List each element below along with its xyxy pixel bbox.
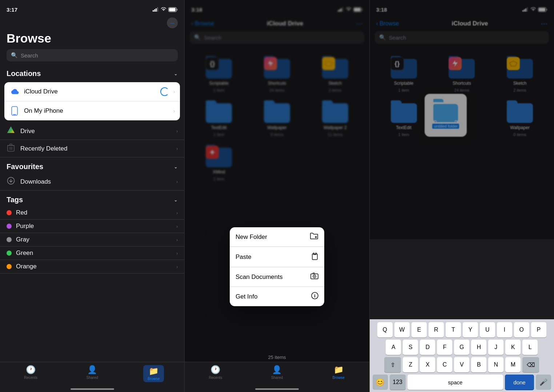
- sidebar-drive[interactable]: Drive ›: [0, 123, 184, 140]
- svg-point-34: [314, 276, 315, 277]
- favourites-label: Favourites: [7, 163, 43, 171]
- file-wallpaper-p3[interactable]: Wallpaper 0 items: [491, 97, 549, 141]
- tab-browse-p2[interactable]: 📁 Browse: [308, 365, 369, 380]
- status-bar-p1: 3:17: [0, 0, 184, 16]
- tab-shared-p2[interactable]: 👤 Shared: [246, 365, 308, 380]
- shared-icon: 👤: [87, 365, 97, 375]
- browse-label: Browse: [148, 377, 160, 381]
- context-overlay[interactable]: [185, 0, 369, 392]
- nav-more-p3[interactable]: ···: [541, 19, 547, 28]
- key-p[interactable]: P: [531, 322, 546, 337]
- key-f[interactable]: F: [437, 340, 452, 355]
- battery-icon-p3: [538, 7, 547, 12]
- file-shortcuts-p3[interactable]: Shortcuts 24 items: [433, 52, 491, 97]
- key-j[interactable]: J: [488, 340, 503, 355]
- file-sketch-p3[interactable]: Sketch 2 items: [491, 52, 549, 97]
- key-d[interactable]: D: [420, 340, 435, 355]
- context-paste[interactable]: Paste: [230, 247, 324, 267]
- key-shift[interactable]: ⇧: [384, 357, 401, 372]
- svg-rect-40: [525, 8, 526, 12]
- tags-chevron[interactable]: ⌄: [174, 197, 178, 203]
- battery-icon: [168, 7, 178, 12]
- recents-icon: 🕐: [26, 365, 36, 375]
- tag-purple[interactable]: Purple ›: [0, 220, 184, 233]
- key-m[interactable]: M: [505, 357, 521, 372]
- back-button-p3[interactable]: ‹ Browse: [376, 20, 399, 27]
- new-folder-icon: [310, 232, 318, 241]
- key-y[interactable]: Y: [463, 322, 478, 337]
- loading-spinner: [160, 87, 169, 96]
- sketch-name-p3: Sketch: [513, 81, 527, 86]
- key-done[interactable]: done: [505, 375, 534, 390]
- tag-gray[interactable]: Gray ›: [0, 233, 184, 247]
- browse-label-p2: Browse: [332, 376, 344, 380]
- context-get-info[interactable]: Get Info i: [230, 287, 324, 306]
- file-scriptable-p3[interactable]: {} Scriptable 1 item: [375, 52, 433, 97]
- key-t[interactable]: T: [446, 322, 461, 337]
- key-l[interactable]: L: [522, 340, 538, 355]
- favourites-chevron[interactable]: ⌄: [174, 164, 178, 169]
- drive-chevron: ›: [176, 128, 178, 134]
- key-emoji[interactable]: 😊: [373, 375, 388, 390]
- context-new-folder[interactable]: New Folder: [230, 227, 324, 247]
- tags-header: Tags ⌄: [0, 193, 184, 206]
- svg-rect-44: [539, 8, 545, 11]
- key-i[interactable]: I: [497, 322, 512, 337]
- tag-orange[interactable]: Orange ›: [0, 260, 184, 273]
- svg-rect-2: [156, 8, 157, 12]
- back-label-p3: Browse: [380, 20, 399, 27]
- key-a[interactable]: A: [386, 340, 401, 355]
- location-item-iphone[interactable]: On My iPhone ›: [4, 101, 180, 120]
- tab-recents-p2[interactable]: 🕐 Recents: [185, 365, 246, 380]
- key-n[interactable]: N: [488, 357, 503, 372]
- location-item-icloud[interactable]: iCloud Drive ›: [4, 82, 180, 101]
- key-o[interactable]: O: [514, 322, 529, 337]
- key-q[interactable]: Q: [377, 322, 393, 337]
- paste-icon: [311, 252, 318, 262]
- key-x[interactable]: X: [420, 357, 435, 372]
- locations-chevron[interactable]: ⌄: [174, 71, 178, 76]
- back-chevron-p3: ‹: [376, 20, 378, 27]
- browse-icon-p2: 📁: [334, 365, 344, 375]
- key-z[interactable]: Z: [403, 357, 418, 372]
- downloads-label: Downloads: [20, 178, 171, 185]
- locations-popup: iCloud Drive › On My iPhone ›: [4, 82, 180, 120]
- key-r[interactable]: R: [429, 322, 444, 337]
- key-s[interactable]: S: [403, 340, 418, 355]
- key-space[interactable]: space: [408, 375, 503, 390]
- kb-row-3: ⇧ Z X C V B N M ⌫: [371, 357, 553, 372]
- key-w[interactable]: W: [394, 322, 410, 337]
- key-v[interactable]: V: [454, 357, 469, 372]
- context-scan-documents[interactable]: Scan Documents: [230, 267, 324, 287]
- scriptable-app-icon-p3: {}: [391, 57, 404, 70]
- tag-red[interactable]: Red ›: [0, 206, 184, 220]
- more-button-p1[interactable]: ···: [167, 17, 178, 28]
- search-bar-p3[interactable]: 🔍 Search: [375, 31, 549, 44]
- tab-browse-p1[interactable]: 📁 Browse: [123, 365, 184, 382]
- search-bar-p1[interactable]: 🔍 Search: [7, 49, 178, 61]
- textedit-count-p3: 1 item: [398, 132, 409, 137]
- shared-label: Shared: [87, 376, 98, 380]
- sidebar-downloads[interactable]: Downloads ›: [0, 173, 184, 191]
- key-g[interactable]: G: [454, 340, 469, 355]
- sidebar-recently-deleted[interactable]: Recently Deleted ›: [0, 140, 184, 157]
- key-h[interactable]: H: [471, 340, 486, 355]
- drive-icon: [7, 126, 15, 136]
- key-c[interactable]: C: [437, 357, 452, 372]
- file-untitled-p3[interactable]: untitled folder untitled folder 0 items: [433, 97, 491, 141]
- key-mic[interactable]: 🎤: [536, 375, 551, 390]
- key-delete[interactable]: ⌫: [522, 357, 539, 372]
- tab-recents-p1[interactable]: 🕐 Recents: [0, 365, 61, 380]
- tab-shared-p1[interactable]: 👤 Shared: [61, 365, 123, 380]
- key-e[interactable]: E: [412, 322, 427, 337]
- file-textedit-p3[interactable]: TextEdit 1 item: [375, 97, 433, 141]
- key-u[interactable]: U: [480, 322, 495, 337]
- key-k[interactable]: K: [505, 340, 521, 355]
- key-123[interactable]: 123: [390, 375, 406, 390]
- wallpaper-name-p3: Wallpaper: [510, 125, 530, 130]
- tag-green[interactable]: Green ›: [0, 247, 184, 260]
- key-b[interactable]: B: [471, 357, 486, 372]
- rename-input[interactable]: untitled folder: [434, 124, 458, 128]
- recently-deleted-label: Recently Deleted: [20, 145, 171, 152]
- rename-cursor-left: [434, 120, 437, 123]
